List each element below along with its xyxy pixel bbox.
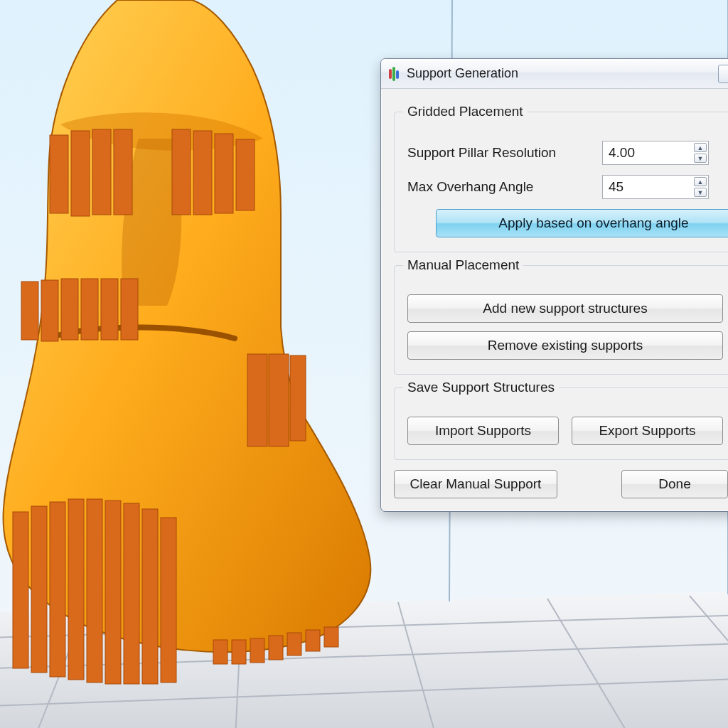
help-button[interactable]: ?	[718, 65, 728, 83]
support-generation-dialog: Support Generation ? Gridded Placement S…	[380, 58, 728, 512]
import-supports-label: Import Supports	[435, 423, 531, 439]
input-overhang-angle[interactable]: 45 ▲ ▼	[602, 175, 709, 199]
svg-rect-21	[21, 282, 38, 340]
row-pillar-resolution: Support Pillar Resolution 4.00 ▲ ▼	[407, 141, 723, 165]
svg-rect-37	[142, 509, 158, 684]
group-gridded-placement: Gridded Placement Support Pillar Resolut…	[394, 112, 728, 252]
label-overhang-angle: Max Overhang Angle	[407, 179, 592, 195]
export-supports-button[interactable]: Export Supports	[572, 417, 723, 445]
dialog-titlebar[interactable]: Support Generation ?	[381, 59, 728, 89]
svg-rect-33	[68, 499, 84, 680]
svg-rect-20	[236, 139, 255, 210]
label-pillar-resolution: Support Pillar Resolution	[407, 145, 592, 161]
svg-rect-32	[50, 502, 65, 677]
svg-rect-43	[287, 633, 301, 655]
dialog-body: Gridded Placement Support Pillar Resolut…	[381, 89, 728, 511]
dialog-title: Support Generation	[407, 66, 712, 81]
svg-rect-44	[306, 630, 320, 651]
svg-rect-17	[172, 129, 191, 215]
group-legend-gridded: Gridded Placement	[403, 104, 528, 119]
svg-rect-40	[232, 640, 246, 664]
remove-supports-button[interactable]: Remove existing supports	[407, 331, 723, 360]
clear-manual-support-button[interactable]: Clear Manual Support	[394, 470, 557, 498]
spin-down-icon[interactable]: ▼	[694, 154, 707, 163]
svg-rect-13	[50, 135, 68, 213]
spinner-arrows[interactable]: ▲ ▼	[694, 143, 707, 163]
done-label: Done	[658, 476, 690, 492]
svg-rect-38	[161, 518, 176, 682]
export-supports-label: Export Supports	[599, 423, 695, 439]
apply-overhang-label: Apply based on overhang angle	[498, 215, 688, 231]
row-overhang-angle: Max Overhang Angle 45 ▲ ▼	[407, 175, 723, 199]
svg-rect-25	[101, 279, 118, 340]
svg-rect-15	[92, 129, 111, 215]
svg-rect-14	[71, 131, 90, 216]
svg-rect-24	[81, 279, 98, 340]
svg-rect-22	[41, 280, 58, 341]
apply-overhang-button[interactable]: Apply based on overhang angle	[436, 209, 728, 237]
svg-rect-47	[392, 67, 395, 81]
svg-rect-35	[105, 500, 121, 684]
svg-rect-41	[250, 638, 264, 663]
done-button[interactable]: Done	[621, 470, 728, 498]
svg-rect-45	[324, 627, 338, 647]
group-legend-save: Save Support Structures	[403, 380, 559, 395]
svg-rect-31	[31, 506, 47, 673]
svg-rect-39	[213, 640, 228, 664]
svg-rect-34	[87, 499, 102, 682]
import-supports-button[interactable]: Import Supports	[407, 417, 559, 445]
svg-rect-18	[193, 131, 212, 215]
app-icon	[388, 66, 401, 82]
svg-rect-42	[269, 636, 283, 660]
svg-rect-28	[269, 354, 289, 446]
spin-up-icon[interactable]: ▲	[694, 177, 707, 186]
spin-down-icon[interactable]: ▼	[694, 188, 707, 197]
group-save-supports: Save Support Structures Import Supports …	[394, 387, 728, 460]
svg-rect-36	[124, 503, 139, 684]
svg-rect-26	[121, 279, 138, 340]
svg-rect-27	[247, 354, 267, 446]
svg-rect-48	[396, 70, 399, 79]
svg-rect-19	[215, 134, 233, 213]
input-overhang-angle-value: 45	[609, 179, 623, 195]
spinner-arrows[interactable]: ▲ ▼	[694, 177, 707, 197]
add-supports-label: Add new support structures	[483, 301, 647, 316]
input-pillar-resolution-value: 4.00	[609, 145, 635, 161]
group-legend-manual: Manual Placement	[403, 257, 523, 273]
svg-rect-29	[290, 355, 306, 441]
spin-up-icon[interactable]: ▲	[694, 143, 707, 152]
clear-manual-support-label: Clear Manual Support	[410, 476, 542, 492]
input-pillar-resolution[interactable]: 4.00 ▲ ▼	[602, 141, 709, 165]
svg-rect-30	[13, 512, 28, 668]
svg-rect-23	[61, 279, 78, 340]
group-manual-placement: Manual Placement Add new support structu…	[394, 265, 728, 375]
remove-supports-label: Remove existing supports	[488, 338, 643, 353]
svg-rect-46	[389, 69, 392, 79]
add-supports-button[interactable]: Add new support structures	[407, 294, 723, 323]
svg-rect-16	[114, 129, 132, 215]
dialog-footer: Clear Manual Support Done	[394, 470, 728, 498]
